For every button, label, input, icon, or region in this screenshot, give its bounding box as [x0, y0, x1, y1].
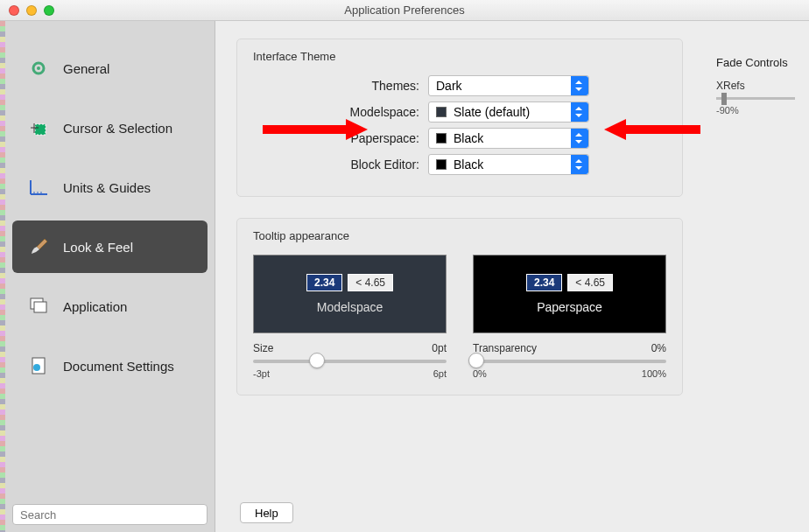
trans-min: 0%: [473, 368, 487, 379]
slider-thumb[interactable]: [309, 353, 325, 368]
modelspace-select[interactable]: Slate (default): [428, 102, 589, 122]
content-pane: Interface Theme Themes: Dark Modelspace:…: [215, 21, 809, 532]
modelspace-preview: 2.34 < 4.65 Modelspace: [253, 255, 447, 333]
group-title: Tooltip appearance: [253, 229, 666, 242]
color-swatch-icon: [436, 107, 447, 117]
paperspace-label: Paperspace:: [253, 131, 428, 145]
preview-value-a: 2.34: [526, 274, 562, 291]
svg-point-1: [37, 66, 40, 70]
gear-icon: [26, 58, 51, 79]
sidebar-item-look-feel[interactable]: Look & Feel: [12, 220, 208, 273]
window-title: Application Preferences: [0, 4, 809, 17]
sidebar-item-label: General: [63, 61, 109, 76]
select-value: Black: [454, 131, 483, 145]
themes-label: Themes:: [253, 79, 428, 93]
edge-decoration: [0, 21, 5, 532]
size-max: 6pt: [433, 368, 447, 379]
tooltip-appearance-group: Tooltip appearance 2.34 < 4.65 Modelspac…: [236, 218, 683, 396]
sidebar-item-document[interactable]: Document Settings: [12, 340, 208, 392]
fade-xrefs-slider[interactable]: [716, 97, 795, 100]
blockeditor-label: Block Editor:: [253, 158, 428, 172]
interface-theme-group: Interface Theme Themes: Dark Modelspace:…: [236, 38, 683, 197]
help-button[interactable]: Help: [240, 502, 293, 523]
sidebar-item-cursor[interactable]: Cursor & Selection: [12, 102, 208, 154]
transparency-slider[interactable]: [473, 360, 666, 363]
preview-value-b: < 4.65: [348, 274, 393, 291]
transparency-label: Transparency: [473, 342, 537, 354]
fade-controls-panel: Fade Controls XRefs -90%: [713, 56, 809, 116]
svg-rect-2: [35, 124, 46, 135]
select-value: Slate (default): [454, 105, 530, 119]
modelspace-label: Modelspace:: [253, 105, 428, 119]
paintbrush-icon: [26, 236, 51, 257]
size-label: Size: [253, 342, 273, 354]
ruler-icon: [26, 177, 51, 198]
preview-label: Paperspace: [537, 300, 602, 314]
chevron-updown-icon: [571, 102, 588, 122]
themes-select[interactable]: Dark: [428, 75, 589, 96]
blockeditor-select[interactable]: Black: [428, 154, 589, 175]
svg-point-13: [33, 364, 40, 371]
window-titlebar: Application Preferences: [0, 0, 809, 21]
chevron-updown-icon: [571, 129, 588, 148]
preview-label: Modelspace: [317, 300, 383, 314]
chevron-updown-icon: [571, 76, 588, 95]
zoom-window-button[interactable]: [44, 5, 54, 16]
size-value: 0pt: [432, 342, 447, 354]
color-swatch-icon: [436, 159, 447, 170]
preferences-sidebar: General Cursor & Selection Units & Guide…: [5, 21, 215, 532]
group-title: Interface Theme: [253, 50, 666, 63]
search-input[interactable]: [12, 504, 208, 525]
sidebar-item-label: Look & Feel: [63, 240, 133, 255]
select-value: Black: [454, 158, 483, 172]
fade-xrefs-label: XRefs: [716, 80, 809, 92]
fade-xrefs-value: -90%: [716, 105, 809, 116]
paperspace-preview: 2.34 < 4.65 Paperspace: [473, 255, 666, 333]
sidebar-item-units[interactable]: Units & Guides: [12, 161, 208, 214]
paperspace-select[interactable]: Black: [428, 128, 589, 149]
slider-thumb[interactable]: [468, 353, 484, 368]
minimize-window-button[interactable]: [26, 5, 37, 16]
sidebar-item-application[interactable]: Application: [12, 280, 208, 332]
trans-max: 100%: [642, 368, 666, 379]
sidebar-item-label: Units & Guides: [63, 180, 151, 195]
transparency-value: 0%: [651, 342, 666, 354]
preview-value-a: 2.34: [306, 274, 342, 291]
windows-icon: [26, 296, 51, 317]
sidebar-item-general[interactable]: General: [12, 42, 208, 94]
preview-value-b: < 4.65: [567, 274, 613, 291]
document-settings-icon: [26, 355, 51, 376]
fade-title: Fade Controls: [716, 56, 809, 69]
sidebar-item-label: Application: [63, 299, 127, 314]
sidebar-item-label: Document Settings: [63, 359, 174, 374]
size-min: -3pt: [253, 368, 270, 379]
cursor-selection-icon: [26, 117, 51, 138]
select-value: Dark: [436, 79, 462, 93]
color-swatch-icon: [436, 133, 447, 144]
slider-thumb[interactable]: [721, 93, 727, 105]
sidebar-item-label: Cursor & Selection: [63, 121, 172, 136]
search-container: [12, 504, 208, 525]
size-slider[interactable]: [253, 360, 447, 363]
svg-rect-11: [34, 302, 46, 312]
chevron-updown-icon: [571, 155, 588, 174]
close-window-button[interactable]: [9, 5, 19, 16]
